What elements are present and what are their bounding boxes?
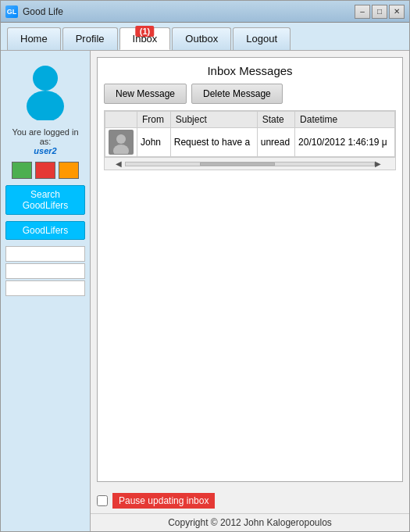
table-container: From Subject State Datetime xyxy=(104,110,396,158)
row-thumbnail xyxy=(105,128,137,157)
svg-point-1 xyxy=(27,91,64,120)
col-header-from-name: From xyxy=(137,112,171,128)
list-item xyxy=(5,280,85,296)
avatar xyxy=(14,59,77,121)
inbox-table: From Subject State Datetime xyxy=(105,111,395,157)
sidebar-list xyxy=(5,246,85,296)
tab-outbox[interactable]: Outbox xyxy=(172,27,231,50)
goodlifers-button[interactable]: GoodLifers xyxy=(5,221,85,240)
user-status: You are logged in as: user2 xyxy=(5,127,85,155)
main-content: Inbox Messages New Message Delete Messag… xyxy=(91,51,409,488)
pause-label: Pause updating inbox xyxy=(112,493,215,509)
bottom-section: Pause updating inbox xyxy=(91,488,409,513)
list-item xyxy=(5,246,85,262)
nav-bar: Home Profile Inbox (1) Outbox Logout xyxy=(1,23,409,51)
app-icon: GL xyxy=(5,5,18,18)
inbox-panel: Inbox Messages New Message Delete Messag… xyxy=(97,57,403,482)
copyright-text: Copyright © 2012 John Kalogeropoulos xyxy=(168,517,332,528)
tab-profile[interactable]: Profile xyxy=(62,27,118,50)
col-header-subject: Subject xyxy=(170,112,257,128)
logged-in-label: You are logged in as: xyxy=(12,127,78,146)
inbox-toolbar: New Message Delete Message xyxy=(104,84,396,104)
scroll-right-arrow[interactable]: ▶ xyxy=(375,159,384,168)
pause-checkbox[interactable] xyxy=(97,495,108,506)
new-message-button[interactable]: New Message xyxy=(104,84,187,104)
window-title: Good Life xyxy=(23,6,355,17)
app-window: GL Good Life – □ ✕ Home Profile Inbox (1… xyxy=(0,0,410,532)
row-from: John xyxy=(137,128,171,157)
inbox-badge: (1) xyxy=(136,26,154,37)
sender-avatar xyxy=(109,130,134,155)
row-datetime: 20/10/2012 1:46:19 μ xyxy=(295,128,395,157)
col-header-state: State xyxy=(257,112,294,128)
user-avatar-icon xyxy=(15,59,76,120)
row-state: unread xyxy=(257,128,294,157)
maximize-button[interactable]: □ xyxy=(372,5,387,19)
svg-point-0 xyxy=(33,66,58,91)
scrollbar-track[interactable] xyxy=(125,162,375,166)
search-goodlifers-button[interactable]: Search GoodLifers xyxy=(5,185,85,215)
row-subject: Request to have a xyxy=(170,128,257,157)
scroll-left-arrow[interactable]: ◀ xyxy=(116,159,125,168)
svg-point-3 xyxy=(116,134,126,144)
green-action-button[interactable] xyxy=(12,162,32,179)
title-bar: GL Good Life – □ ✕ xyxy=(1,1,409,23)
minimize-button[interactable]: – xyxy=(355,5,370,19)
title-bar-buttons: – □ ✕ xyxy=(355,5,405,19)
delete-message-button[interactable]: Delete Message xyxy=(191,84,283,104)
right-panel: Inbox Messages New Message Delete Messag… xyxy=(91,51,409,531)
col-header-from xyxy=(105,112,137,128)
orange-action-button[interactable] xyxy=(59,162,79,179)
content-wrapper: You are logged in as: user2 Search GoodL… xyxy=(1,51,409,531)
action-buttons xyxy=(12,162,79,179)
tab-home[interactable]: Home xyxy=(7,27,61,50)
col-header-datetime: Datetime xyxy=(295,112,395,128)
list-item xyxy=(5,263,85,279)
main-layout: Home Profile Inbox (1) Outbox Logout xyxy=(1,23,409,531)
tab-logout[interactable]: Logout xyxy=(233,27,291,50)
sidebar: You are logged in as: user2 Search GoodL… xyxy=(1,51,91,531)
table-row[interactable]: John Request to have a unread 20/10/2012… xyxy=(105,128,395,157)
horizontal-scrollbar[interactable]: ◀ ▶ xyxy=(104,158,396,170)
close-button[interactable]: ✕ xyxy=(389,5,405,19)
scrollbar-thumb[interactable] xyxy=(200,162,274,166)
sender-photo-icon xyxy=(109,130,133,154)
username-label: user2 xyxy=(5,146,85,155)
inbox-title: Inbox Messages xyxy=(104,64,396,77)
red-action-button[interactable] xyxy=(35,162,55,179)
footer: Copyright © 2012 John Kalogeropoulos xyxy=(91,513,409,531)
